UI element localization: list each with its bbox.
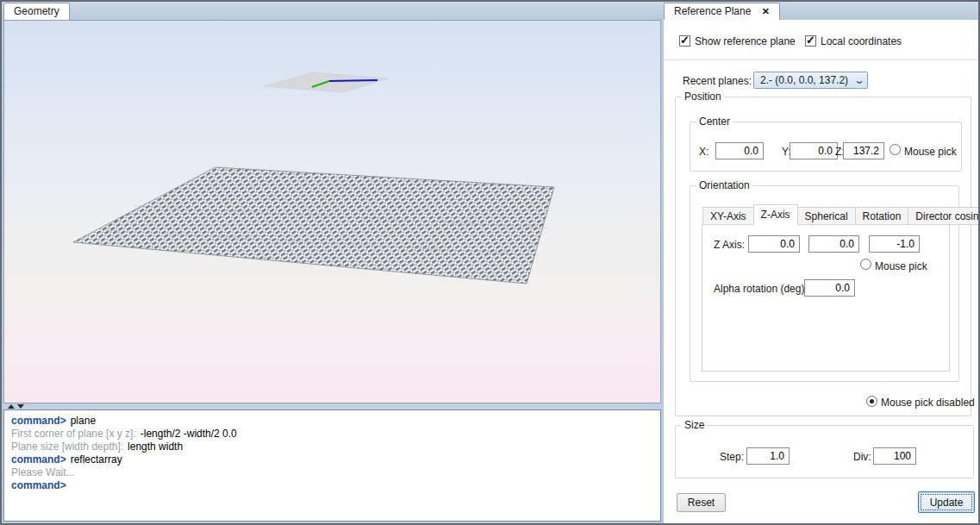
recent-planes-value: 2.- (0.0, 0.0, 137.2) — [760, 74, 848, 86]
tab-geometry-label: Geometry — [14, 5, 59, 17]
y-field[interactable] — [790, 142, 838, 159]
axis-blue — [329, 80, 378, 81]
tab-spherical[interactable]: Spherical — [797, 207, 856, 225]
div-field[interactable] — [873, 447, 916, 465]
check-icon: ✓ — [806, 34, 815, 47]
tab-rotation[interactable]: Rotation — [855, 207, 909, 225]
z-axis-tab-content: Z Axis: Mouse pick Alpha rotation (deg): — [702, 224, 950, 372]
mouse-pick-disabled-label: Mouse pick disabled — [881, 397, 975, 409]
size-group-title: Size — [682, 419, 707, 431]
recent-planes-label: Recent planes: — [683, 75, 752, 87]
tab-strip: Geometry Reference Plane ✕ — [2, 2, 978, 20]
reference-plane-panel: ✓ Show reference plane ✓ Local coordinat… — [664, 20, 980, 525]
position-group-title: Position — [682, 91, 724, 103]
command-prompt: command> — [11, 415, 66, 427]
app-window: Geometry Reference Plane ✕ — [0, 0, 980, 525]
x-label: X: — [699, 146, 708, 158]
x-field[interactable] — [715, 142, 764, 159]
console-splitter[interactable] — [3, 403, 661, 409]
recent-planes-dropdown[interactable]: 2.- (0.0, 0.0, 137.2) ⌄ — [753, 72, 868, 89]
show-reference-plane-label: Show reference plane — [695, 35, 796, 47]
alpha-rotation-label: Alpha rotation (deg): — [714, 283, 808, 295]
viewport-scene — [4, 21, 660, 403]
orientation-group-title: Orientation — [696, 179, 752, 191]
update-button[interactable]: Update — [918, 491, 975, 513]
orientation-group: Orientation XY-Axis Z-Axis Spherical Rot… — [690, 185, 959, 382]
geometry-viewport-3d[interactable] — [3, 20, 661, 403]
orientation-tabbar: XY-Axis Z-Axis Spherical Rotation Direct… — [702, 204, 980, 225]
close-icon[interactable]: ✕ — [762, 6, 770, 16]
panel-separator — [664, 59, 980, 60]
tab-xy-axis[interactable]: XY-Axis — [702, 207, 754, 225]
center-mouse-pick-radio[interactable] — [889, 144, 901, 155]
console-line: command> — [11, 479, 653, 492]
step-label: Step: — [720, 451, 744, 463]
console-line: First corner of plane [x y z]:-length/2 … — [11, 428, 653, 441]
tab-z-axis[interactable]: Z-Axis — [753, 204, 798, 225]
reset-button[interactable]: Reset — [677, 493, 726, 512]
tab-reference-plane-label: Reference Plane — [674, 5, 751, 17]
chevron-down-icon: ⌄ — [853, 76, 865, 84]
command-console[interactable]: command>plane First corner of plane [x y… — [3, 409, 661, 522]
show-reference-plane-checkbox[interactable]: ✓ — [679, 35, 690, 47]
tab-reference-plane[interactable]: Reference Plane ✕ — [664, 3, 780, 20]
local-coordinates-checkbox[interactable]: ✓ — [805, 35, 816, 47]
splitter-collapse-up-icon[interactable] — [8, 404, 15, 409]
z-axis-field-1[interactable] — [748, 235, 800, 253]
check-icon: ✓ — [680, 34, 690, 47]
console-line: Please Wait... — [11, 466, 653, 479]
reflectarray-plane — [73, 167, 554, 284]
position-group: Position Center X: Y: Z: Mouse pick Orie… — [675, 97, 971, 416]
z-axis-label: Z Axis: — [714, 239, 745, 251]
z-field[interactable] — [843, 142, 884, 159]
orientation-mouse-pick-label: Mouse pick — [875, 260, 927, 272]
console-line: command>plane — [11, 415, 653, 428]
command-prompt: command> — [11, 453, 66, 466]
console-line: command>reflectarray — [11, 453, 653, 466]
splitter-collapse-down-icon[interactable] — [17, 404, 24, 409]
tab-geometry[interactable]: Geometry — [3, 3, 70, 20]
command-prompt: command> — [11, 479, 66, 491]
tab-director-cosines[interactable]: Director cosines — [908, 207, 980, 225]
reference-plane-marker — [264, 72, 388, 92]
div-label: Div: — [853, 451, 871, 463]
alpha-rotation-field[interactable] — [804, 279, 855, 297]
step-field[interactable] — [746, 447, 790, 465]
z-axis-field-2[interactable] — [808, 235, 859, 253]
center-group-title: Center — [696, 116, 733, 128]
console-line: Plane size [width depth]:length width — [11, 441, 653, 453]
size-group: Size Step: Div: — [675, 425, 974, 478]
z-axis-field-3[interactable] — [869, 235, 920, 253]
mouse-pick-disabled-radio[interactable] — [866, 396, 877, 407]
center-group: Center X: Y: Z: Mouse pick — [690, 122, 962, 172]
local-coordinates-label: Local coordinates — [821, 35, 902, 47]
orientation-mouse-pick-radio[interactable] — [860, 259, 871, 270]
center-mouse-pick-label: Mouse pick — [904, 146, 957, 158]
